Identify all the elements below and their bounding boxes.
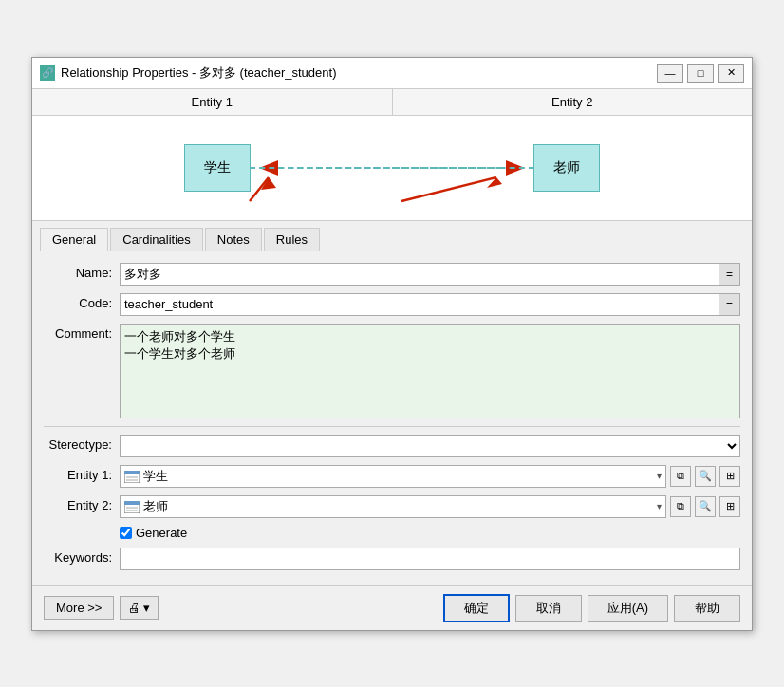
entity1-header: Entity 1 [32, 89, 393, 115]
print-button[interactable]: 🖨 ▾ [120, 596, 159, 620]
entity2-select-group: 老师 ▾ ⧉ 🔍 ⊞ [120, 495, 740, 518]
diagram-area: Entity 1 Entity 2 学生 [32, 89, 752, 221]
entity1-row: Entity 1: 学生 ▾ ⧉ 🔍 ⊞ [44, 465, 740, 488]
stereotype-label: Stereotype: [44, 435, 120, 452]
window-icon: 🔗 [40, 65, 55, 81]
entity2-copy-button[interactable]: ⧉ [670, 496, 691, 517]
bottom-bar: More >> 🖨 ▾ 确定 取消 应用(A) 帮助 [32, 585, 752, 630]
entity2-find-button[interactable]: 🔍 [695, 496, 716, 517]
name-field-group: = [120, 263, 740, 286]
maximize-button[interactable]: □ [687, 64, 714, 83]
code-field-group: = [120, 293, 740, 316]
tab-rules[interactable]: Rules [264, 228, 320, 251]
close-button[interactable]: ✕ [718, 64, 744, 83]
help-button[interactable]: 帮助 [674, 595, 740, 622]
entity2-row: Entity 2: 老师 ▾ ⧉ 🔍 ⊞ [44, 495, 740, 518]
entity-diagram: 学生 老师 [32, 116, 752, 220]
tab-notes[interactable]: Notes [205, 228, 262, 251]
more-button[interactable]: More >> [44, 596, 114, 620]
entity2-icon [124, 499, 140, 513]
entity1-select[interactable]: 学生 ▾ [120, 465, 666, 488]
entity2-dropdown-arrow: ▾ [657, 501, 662, 511]
minimize-button[interactable]: — [657, 64, 683, 83]
print-icon: 🖨 [128, 601, 140, 615]
entity1-icon [124, 469, 140, 483]
name-input[interactable] [120, 263, 719, 286]
comment-textarea[interactable]: 一个老师对多个学生 一个学生对多个老师 [120, 324, 740, 418]
entity1-select-text: 学生 [143, 468, 657, 485]
entity2-box: 老师 [533, 144, 600, 192]
separator1 [44, 426, 740, 427]
keywords-row: Keywords: [44, 548, 740, 570]
entity1-select-group: 学生 ▾ ⧉ 🔍 ⊞ [120, 465, 740, 488]
entity1-find-button[interactable]: 🔍 [695, 466, 716, 487]
stereotype-row: Stereotype: [44, 435, 740, 457]
svg-rect-12 [124, 501, 140, 505]
entity2-select[interactable]: 老师 ▾ [120, 495, 666, 518]
entity-connector [250, 167, 534, 169]
entity2-header: Entity 2 [393, 89, 753, 115]
code-eq-button[interactable]: = [719, 293, 740, 316]
code-label: Code: [44, 293, 120, 310]
main-window: 🔗 Relationship Properties - 多对多 (teacher… [31, 57, 753, 631]
title-bar: 🔗 Relationship Properties - 多对多 (teacher… [32, 58, 752, 89]
entity1-box: 学生 [184, 144, 251, 192]
apply-button[interactable]: 应用(A) [588, 595, 668, 622]
entity2-select-text: 老师 [143, 498, 657, 515]
tab-general[interactable]: General [40, 228, 108, 251]
tabs-bar: General Cardinalities Notes Rules [32, 221, 752, 251]
entity2-form-label: Entity 2: [44, 495, 120, 512]
window-title: Relationship Properties - 多对多 (teacher_s… [61, 65, 336, 82]
generate-row: Generate [120, 526, 740, 540]
entity1-label: 学生 [204, 159, 231, 176]
comment-label: Comment: [44, 324, 120, 341]
keywords-label: Keywords: [44, 548, 120, 565]
entity2-label: 老师 [553, 159, 580, 176]
code-row: Code: = [44, 293, 740, 316]
generate-label[interactable]: Generate [136, 526, 187, 540]
svg-rect-8 [124, 471, 140, 474]
generate-checkbox[interactable] [120, 527, 132, 539]
name-row: Name: = [44, 263, 740, 286]
entity2-props-button[interactable]: ⊞ [719, 496, 740, 517]
comment-row: Comment: 一个老师对多个学生 一个学生对多个老师 [44, 324, 740, 418]
code-input[interactable] [120, 293, 719, 316]
confirm-button[interactable]: 确定 [443, 594, 510, 622]
form-area: Name: = Code: = Comment: 一个老师对多个学生 一个学生对… [32, 251, 752, 585]
entity1-copy-button[interactable]: ⧉ [670, 466, 691, 487]
name-eq-button[interactable]: = [719, 263, 740, 286]
entity1-dropdown-arrow: ▾ [657, 471, 662, 481]
entity1-props-button[interactable]: ⊞ [719, 466, 740, 487]
name-label: Name: [44, 263, 120, 280]
tab-cardinalities[interactable]: Cardinalities [110, 228, 203, 251]
stereotype-select[interactable] [120, 435, 740, 457]
keywords-input[interactable] [120, 548, 740, 570]
print-dropdown-arrow: ▾ [143, 601, 150, 615]
entity1-form-label: Entity 1: [44, 465, 120, 482]
cancel-button[interactable]: 取消 [515, 595, 582, 622]
